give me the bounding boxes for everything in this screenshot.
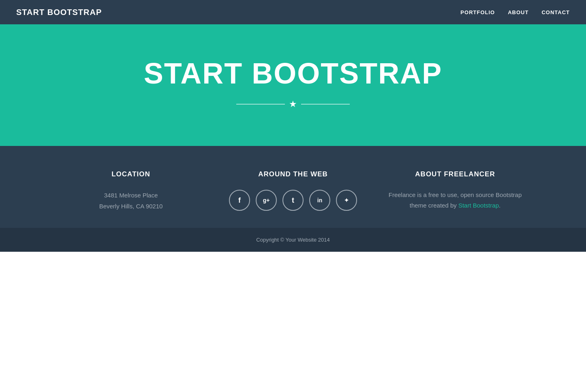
address-line2: Beverly Hills, CA 90210	[99, 203, 163, 210]
hero-title: START BOOTSTRAP	[144, 57, 443, 90]
social-icons: f g+ t in ✦	[229, 190, 357, 211]
footer-social-title: AROUND THE WEB	[258, 170, 328, 178]
navbar: START BOOTSTRAP PORTFOLIO ABOUT CONTACT	[0, 0, 586, 24]
footer-copyright: Copyright © Your Website 2014	[16, 237, 570, 243]
social-icon-twitter[interactable]: t	[282, 190, 304, 211]
nav-link-contact[interactable]: CONTACT	[541, 9, 570, 15]
footer-about-title: ABOUT FREELANCER	[415, 170, 495, 178]
nav-link-portfolio[interactable]: PORTFOLIO	[460, 9, 495, 15]
address-line1: 3481 Melrose Place	[104, 192, 158, 199]
footer-location-title: LOCATION	[111, 170, 150, 178]
nav-link-about[interactable]: ABOUT	[508, 9, 528, 15]
about-text-before: Freelance is a free to use, open source …	[389, 191, 522, 209]
footer-location-col: LOCATION 3481 Melrose Place Beverly Hill…	[50, 170, 212, 212]
divider-line-right	[301, 104, 350, 105]
divider-star: ★	[289, 99, 297, 109]
footer-about-text: Freelance is a free to use, open source …	[386, 190, 524, 210]
footer-bottom: Copyright © Your Website 2014	[0, 228, 586, 252]
nav-item-portfolio[interactable]: PORTFOLIO	[460, 9, 495, 16]
footer-about-col: ABOUT FREELANCER Freelance is a free to …	[374, 170, 536, 212]
about-text-after: .	[499, 202, 500, 209]
social-icon-facebook[interactable]: f	[229, 190, 250, 211]
nav-links: PORTFOLIO ABOUT CONTACT	[460, 9, 570, 16]
nav-brand[interactable]: START BOOTSTRAP	[16, 8, 102, 17]
hero-section: START BOOTSTRAP ★	[0, 24, 586, 146]
nav-item-about[interactable]: ABOUT	[508, 9, 528, 16]
social-icon-dribbble[interactable]: ✦	[336, 190, 357, 211]
nav-item-contact[interactable]: CONTACT	[541, 9, 570, 16]
footer-address: 3481 Melrose Place Beverly Hills, CA 902…	[99, 190, 163, 212]
about-link[interactable]: Start Bootstrap	[458, 202, 499, 209]
divider-line-left	[236, 104, 285, 105]
hero-divider: ★	[236, 99, 350, 109]
below-fold	[0, 252, 586, 365]
social-icon-googleplus[interactable]: g+	[256, 190, 277, 211]
social-icon-linkedin[interactable]: in	[309, 190, 330, 211]
footer-main: LOCATION 3481 Melrose Place Beverly Hill…	[0, 146, 586, 228]
footer-social-col: AROUND THE WEB f g+ t in ✦	[212, 170, 374, 212]
